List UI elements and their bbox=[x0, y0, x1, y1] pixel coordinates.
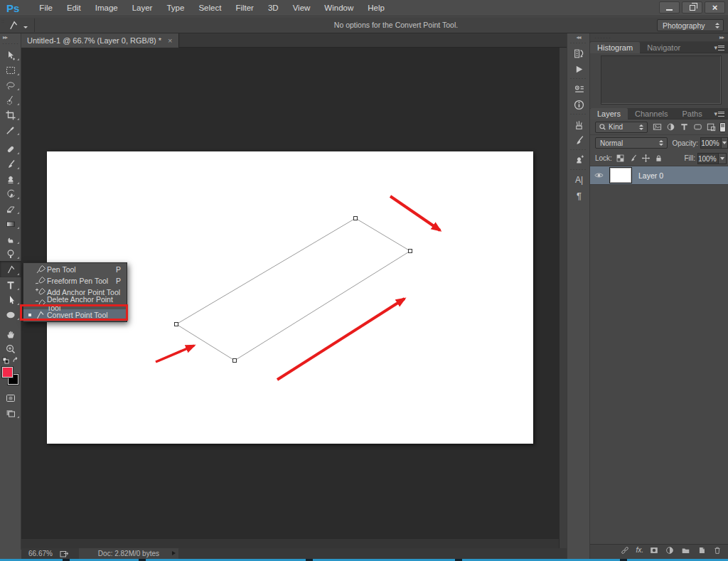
actions-panel-button[interactable] bbox=[567, 61, 591, 77]
lock-paint-icon[interactable] bbox=[628, 153, 638, 164]
tab-navigator[interactable]: Navigator bbox=[640, 42, 687, 53]
doc-sizes-text: Doc: 2.82M/0 bytes bbox=[98, 550, 159, 557]
actions-panel-icon bbox=[573, 63, 585, 75]
screen-mode-button[interactable] bbox=[0, 405, 21, 420]
menu-file[interactable]: File bbox=[32, 0, 60, 16]
brush-settings-panel-button[interactable] bbox=[567, 132, 591, 148]
flyout-item-delete-anchor-point-tool[interactable]: Delete Anchor Point Tool bbox=[23, 298, 127, 309]
shape-filter-icon[interactable] bbox=[692, 121, 704, 133]
tab-close-icon[interactable]: × bbox=[168, 36, 172, 45]
tool-presets-panel-button[interactable] bbox=[567, 81, 591, 97]
menu-edit[interactable]: Edit bbox=[60, 0, 88, 16]
close-button[interactable]: × bbox=[705, 1, 725, 14]
clone-stamp-tool[interactable] bbox=[0, 171, 21, 186]
quick-mask-button[interactable] bbox=[0, 390, 21, 405]
vertical-scrollbar[interactable] bbox=[559, 48, 567, 548]
menu-help[interactable]: Help bbox=[360, 0, 392, 16]
kind-label: Kind bbox=[609, 123, 623, 131]
layer-visibility-toggle[interactable] bbox=[590, 170, 607, 181]
panel-menu-icon[interactable]: ▾ bbox=[714, 110, 724, 117]
horizontal-scrollbar[interactable] bbox=[21, 538, 559, 548]
smart-object-filter-icon[interactable] bbox=[705, 121, 717, 133]
layer-row[interactable]: Layer 0 bbox=[590, 166, 728, 185]
layer-style-button[interactable]: fx. bbox=[636, 546, 643, 554]
tab-channels[interactable]: Channels bbox=[628, 108, 675, 119]
layer-thumbnail[interactable] bbox=[610, 168, 631, 183]
foreground-color-swatch[interactable] bbox=[2, 367, 13, 378]
lock-all-icon[interactable] bbox=[654, 153, 664, 164]
menu-select[interactable]: Select bbox=[191, 0, 228, 16]
menu-3d[interactable]: 3D bbox=[261, 0, 286, 16]
path-select-tool[interactable] bbox=[0, 292, 21, 307]
flyout-item-freeform-pen-tool[interactable]: Freeform Pen Tool P bbox=[23, 275, 127, 287]
menu-filter[interactable]: Filter bbox=[228, 0, 261, 16]
eyedropper-tool[interactable] bbox=[0, 122, 21, 137]
minimize-button[interactable] bbox=[659, 1, 680, 14]
healing-brush-tool[interactable] bbox=[0, 141, 21, 156]
opacity-dropdown-icon[interactable] bbox=[722, 137, 728, 149]
lock-transparency-icon[interactable] bbox=[616, 153, 626, 164]
quick-select-tool[interactable] bbox=[0, 92, 21, 107]
clone-source-panel-button[interactable] bbox=[567, 152, 591, 168]
adjustment-filter-icon[interactable] bbox=[665, 121, 677, 133]
gradient-tool[interactable] bbox=[0, 216, 21, 231]
move-tool[interactable] bbox=[0, 48, 21, 63]
panel-column-header[interactable]: ······ ▸▸ bbox=[590, 33, 728, 42]
marquee-tool[interactable] bbox=[0, 63, 21, 78]
add-mask-button[interactable] bbox=[649, 545, 659, 555]
eraser-tool[interactable] bbox=[0, 201, 21, 216]
flyout-item-pen-tool[interactable]: Pen Tool P bbox=[23, 264, 127, 275]
dodge-tool[interactable] bbox=[0, 246, 21, 261]
link-layers-button[interactable] bbox=[620, 545, 630, 555]
paragraph-panel-button[interactable]: ¶ bbox=[567, 188, 591, 203]
panel-menu-icon[interactable]: ▾ bbox=[714, 44, 724, 51]
ellipse-tool[interactable] bbox=[0, 307, 21, 322]
layer-filter-toggle[interactable] bbox=[719, 122, 726, 132]
tab-histogram[interactable]: Histogram bbox=[590, 42, 640, 53]
menu-window[interactable]: Window bbox=[317, 0, 360, 16]
fill-dropdown-icon[interactable] bbox=[719, 153, 727, 164]
fill-value[interactable]: 100% bbox=[697, 153, 719, 164]
pen-tool-slot[interactable] bbox=[0, 261, 21, 277]
opacity-value[interactable]: 100% bbox=[700, 137, 722, 149]
document-sizes[interactable]: Doc: 2.82M/0 bytes bbox=[79, 548, 178, 559]
menu-image[interactable]: Image bbox=[88, 0, 125, 16]
export-icon[interactable] bbox=[60, 550, 69, 557]
new-layer-button[interactable] bbox=[697, 545, 707, 555]
character-panel-button[interactable]: A| bbox=[567, 172, 591, 188]
collapse-panels-icon[interactable]: ◂◂ bbox=[567, 33, 589, 41]
workspace-selector[interactable]: Photography bbox=[657, 19, 724, 31]
zoom-level[interactable]: 66.67% bbox=[28, 550, 53, 557]
smudge-tool[interactable] bbox=[0, 231, 21, 246]
restore-button[interactable] bbox=[682, 1, 702, 14]
menu-type[interactable]: Type bbox=[159, 0, 191, 16]
menu-view[interactable]: View bbox=[286, 0, 318, 16]
lock-move-icon[interactable] bbox=[641, 153, 651, 164]
tools-panel-header[interactable]: ▸▸ ······ bbox=[0, 33, 21, 48]
default-swap-colors[interactable] bbox=[0, 356, 21, 365]
type-tool[interactable] bbox=[0, 277, 21, 292]
image-filter-icon[interactable] bbox=[651, 121, 663, 133]
delete-layer-button[interactable] bbox=[712, 545, 722, 555]
blend-mode-dropdown[interactable]: Normal bbox=[595, 137, 668, 149]
menu-layer[interactable]: Layer bbox=[125, 0, 160, 16]
flyout-item-convert-point-tool[interactable]: Convert Point Tool bbox=[23, 309, 127, 321]
zoom-tool[interactable] bbox=[0, 341, 21, 356]
document-tab[interactable]: Untitled-1 @ 66.7% (Layer 0, RGB/8) * × bbox=[21, 33, 179, 48]
history-panel-button[interactable] bbox=[567, 46, 591, 61]
brush-presets-panel-button[interactable] bbox=[567, 117, 591, 132]
type-filter-icon[interactable] bbox=[678, 121, 690, 133]
layer-filter-kind-dropdown[interactable]: Kind bbox=[595, 122, 648, 133]
lasso-tool[interactable] bbox=[0, 78, 21, 92]
crop-tool[interactable] bbox=[0, 107, 21, 122]
tab-layers[interactable]: Layers bbox=[590, 108, 628, 119]
hand-tool[interactable] bbox=[0, 326, 21, 341]
info-panel-button[interactable] bbox=[567, 97, 591, 112]
status-popup-arrow-icon[interactable] bbox=[172, 551, 176, 555]
tab-paths[interactable]: Paths bbox=[675, 108, 710, 119]
brush-tool[interactable] bbox=[0, 156, 21, 171]
adjustment-layer-button[interactable] bbox=[665, 545, 675, 555]
expand-panels-icon[interactable]: ▸▸ bbox=[719, 34, 724, 41]
new-group-button[interactable] bbox=[680, 545, 691, 555]
history-brush-tool[interactable] bbox=[0, 186, 21, 201]
